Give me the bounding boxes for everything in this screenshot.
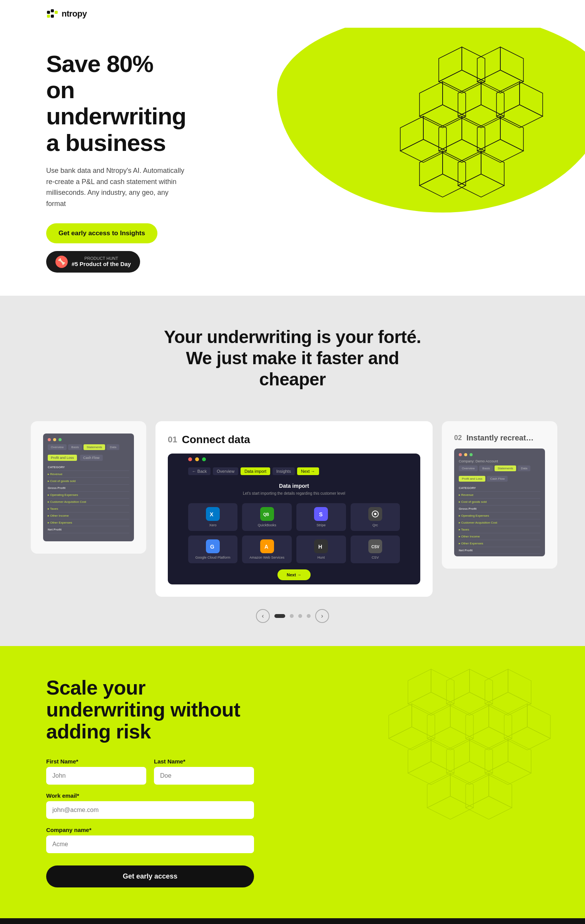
- svg-marker-74: [450, 773, 473, 808]
- cta-submit-button[interactable]: Get early access: [46, 865, 254, 887]
- svg-marker-31: [420, 174, 466, 197]
- integration-hunt: H Hunt: [296, 536, 346, 563]
- svg-marker-21: [400, 116, 423, 151]
- product-hunt-button[interactable]: 🦴 PRODUCT HUNT #5 Product of the Day: [46, 251, 140, 273]
- svg-marker-52: [485, 692, 531, 715]
- carousel-prev-button[interactable]: ‹: [256, 609, 270, 623]
- side-mock-right-ui: Company: Demo Account Overview Basis Sta…: [454, 449, 545, 556]
- product-hunt-info: PRODUCT HUNT #5 Product of the Day: [72, 256, 131, 267]
- svg-marker-45: [408, 669, 431, 704]
- svg-marker-29: [443, 151, 466, 186]
- svg-marker-60: [466, 704, 489, 738]
- header: ntropy: [0, 0, 585, 28]
- tagline-heading: Your underwriting is your forté. We just…: [158, 326, 427, 390]
- mock-next-button[interactable]: Next →: [277, 569, 311, 580]
- svg-marker-44: [431, 669, 454, 704]
- carousel-section: Overview Basis Statements Data Profit an…: [0, 413, 585, 646]
- product-hunt-rank: #5 Product of the Day: [72, 261, 131, 267]
- mock-ui-title: Data import: [188, 483, 400, 489]
- svg-marker-79: [466, 796, 512, 819]
- svg-marker-15: [458, 82, 481, 116]
- svg-marker-69: [446, 738, 470, 773]
- svg-marker-51: [485, 669, 508, 704]
- mock-tab-next: Next →: [297, 467, 319, 475]
- svg-marker-28: [477, 139, 523, 162]
- svg-marker-17: [520, 82, 543, 116]
- svg-marker-63: [504, 704, 527, 738]
- hero-content: Save 80% on underwriting a business Use …: [0, 28, 231, 296]
- svg-marker-46: [408, 692, 454, 715]
- cta-form-area: Scale your underwriting without adding r…: [46, 677, 254, 888]
- mock-integrations-grid: X Xero QB QuickBooks S: [188, 503, 400, 563]
- svg-marker-23: [462, 116, 485, 151]
- svg-marker-50: [508, 669, 531, 704]
- svg-rect-1: [51, 9, 54, 12]
- svg-rect-4: [51, 15, 54, 18]
- hero-title: Save 80% on underwriting a business: [46, 51, 185, 156]
- mock-tab-insights: Insights: [272, 467, 295, 475]
- integration-csv: CSV CSV: [351, 536, 400, 563]
- hero-cta-button[interactable]: Get early access to Insights: [46, 223, 157, 243]
- email-label: Work email*: [46, 792, 254, 799]
- logo-icon: [46, 8, 58, 20]
- mock-tab-back: ← Back: [188, 467, 211, 475]
- svg-marker-14: [481, 82, 504, 116]
- card-step-num: 01: [168, 435, 177, 445]
- svg-marker-56: [450, 704, 473, 738]
- svg-point-39: [374, 513, 376, 515]
- svg-marker-61: [466, 727, 512, 750]
- svg-marker-73: [485, 762, 531, 785]
- data-import-ui: ← Back Overview Data import Insights Nex…: [181, 454, 408, 584]
- logo[interactable]: ntropy: [46, 8, 87, 20]
- company-input[interactable]: [46, 835, 254, 853]
- first-name-input[interactable]: [46, 767, 146, 785]
- svg-marker-59: [489, 704, 512, 738]
- svg-rect-0: [47, 11, 50, 14]
- svg-marker-53: [412, 704, 435, 738]
- svg-marker-72: [485, 738, 508, 773]
- card-step-title: Connect data: [182, 434, 250, 446]
- svg-marker-48: [446, 669, 470, 704]
- hero-description: Use bank data and Ntropy's AI. Automatic…: [46, 165, 185, 209]
- mock-ui-subtitle: Let's start importing the details regard…: [188, 491, 400, 495]
- svg-text:H: H: [318, 544, 322, 550]
- card-step: 01 Connect data: [168, 434, 420, 446]
- svg-marker-66: [408, 738, 431, 773]
- carousel-next-button[interactable]: ›: [315, 609, 329, 623]
- svg-marker-64: [504, 727, 550, 750]
- svg-marker-32: [481, 151, 504, 186]
- svg-marker-18: [496, 82, 520, 116]
- svg-marker-9: [477, 47, 500, 82]
- carousel-dot-4[interactable]: [307, 614, 311, 618]
- svg-marker-78: [466, 773, 489, 808]
- svg-marker-12: [420, 82, 443, 116]
- mock-tab-dataimport: Data import: [241, 467, 270, 475]
- svg-marker-76: [427, 796, 473, 819]
- svg-marker-24: [439, 116, 462, 151]
- svg-marker-19: [496, 105, 543, 128]
- integration-gcp: G Google Cloud Platform: [188, 536, 238, 563]
- integration-qrc: Qrc: [351, 503, 400, 531]
- email-input[interactable]: [46, 801, 254, 819]
- tagline-section: Your underwriting is your forté. We just…: [0, 296, 585, 413]
- form-group-firstname: First Name*: [46, 758, 146, 785]
- svg-marker-68: [470, 738, 493, 773]
- svg-text:A: A: [264, 544, 268, 550]
- svg-marker-54: [389, 704, 412, 738]
- cta-title: Scale your underwriting without adding r…: [46, 677, 254, 743]
- svg-marker-20: [423, 116, 446, 151]
- svg-marker-22: [400, 139, 446, 162]
- form-group-company: Company name*: [46, 827, 254, 853]
- svg-marker-70: [446, 762, 493, 785]
- last-name-input[interactable]: [154, 767, 254, 785]
- carousel-card-main: 01 Connect data ← Back Overview Data imp…: [155, 421, 433, 597]
- integration-aws: A Amazon Web Services: [242, 536, 292, 563]
- carousel-track: Overview Basis Statements Data Profit an…: [0, 421, 585, 597]
- svg-marker-58: [427, 727, 473, 750]
- carousel-dot-1[interactable]: [274, 614, 285, 618]
- carousel-dot-2[interactable]: [290, 614, 294, 618]
- product-hunt-label: PRODUCT HUNT: [72, 256, 131, 261]
- svg-text:QB: QB: [263, 512, 269, 517]
- svg-marker-65: [431, 738, 454, 773]
- carousel-dot-3[interactable]: [298, 614, 302, 618]
